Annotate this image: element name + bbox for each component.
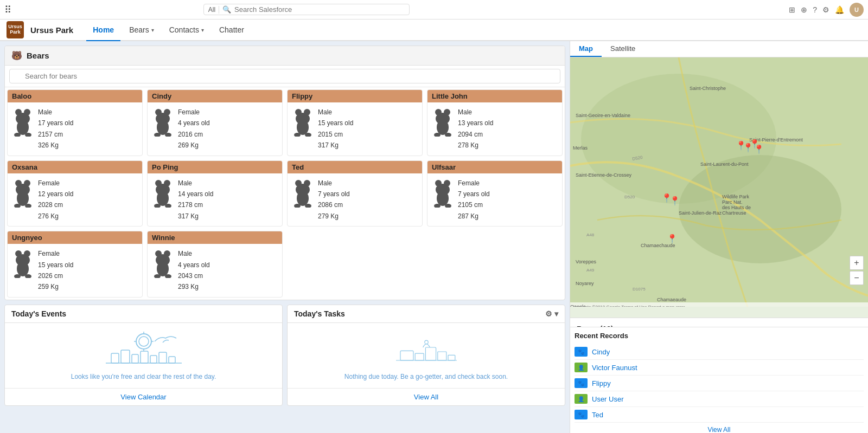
- bear-card[interactable]: Po Ping Male 14 years old 2178 cm 317 Kg: [147, 160, 283, 227]
- svg-point-45: [437, 191, 449, 206]
- recent-view-all-link[interactable]: View All: [575, 423, 864, 433]
- bear-card[interactable]: Oxsana Female 12 years old 2028 cm 276 K…: [7, 160, 143, 227]
- todays-events-body: Looks like you're free and clear the res…: [5, 323, 282, 388]
- map-tab-satellite[interactable]: Satellite: [602, 41, 644, 57]
- svg-text:Google: Google: [570, 304, 586, 307]
- svg-point-21: [437, 120, 449, 135]
- svg-rect-70: [150, 356, 157, 363]
- navbar: Ursus Park Ursus Park Home Bears ▾ Conta…: [0, 20, 868, 41]
- left-panel: 🐻 Bears Baloo Male 17 years old 2157 cm …: [0, 41, 570, 433]
- bear-cm: 2105 cm: [458, 199, 490, 210]
- bear-card[interactable]: Baloo Male 17 years old 2157 cm 326 Kg: [7, 89, 143, 156]
- bear-card-body: Female 12 years old 2028 cm 276 Kg: [8, 173, 142, 227]
- search-filter[interactable]: All: [208, 6, 219, 14]
- bear-card-body: Male 7 years old 2086 cm 279 Kg: [288, 173, 422, 227]
- recent-record-name[interactable]: User User: [592, 395, 624, 403]
- recent-record-item[interactable]: 👤 User User: [575, 391, 864, 407]
- bear-card[interactable]: Ungnyeo Female 15 years old 2026 cm 259 …: [7, 231, 143, 298]
- view-all-tasks-link[interactable]: View All: [288, 388, 565, 405]
- recent-record-item[interactable]: 👤 Victor Faunust: [575, 360, 864, 376]
- nav-item-bears[interactable]: Bears ▾: [123, 20, 161, 41]
- bear-card-name: Ungnyeo: [8, 231, 142, 244]
- svg-text:Chamaechaude: Chamaechaude: [641, 243, 675, 248]
- bear-card[interactable]: Winnie Male 4 years old 2043 cm 293 Kg: [147, 231, 283, 298]
- bear-age: 12 years old: [38, 189, 73, 199]
- bear-card-body: Male 17 years old 2157 cm 326 Kg: [8, 102, 142, 156]
- help-icon[interactable]: ?: [813, 5, 817, 14]
- search-icon: 🔍: [222, 5, 231, 14]
- settings-icon[interactable]: ⚙: [822, 5, 829, 14]
- app-logo-text: Ursus Park: [7, 24, 24, 35]
- grid-icon[interactable]: ⠿: [4, 4, 11, 16]
- svg-text:Noyarey: Noyarey: [576, 281, 594, 286]
- events-empty-illustration: [100, 331, 187, 369]
- todays-tasks-header: Today's Tasks ⚙ ▾: [288, 305, 565, 323]
- recent-record-item[interactable]: 🐾 Flippy: [575, 376, 864, 391]
- bear-age: 15 years old: [318, 118, 353, 128]
- bear-cm: 2043 cm: [178, 270, 210, 281]
- add-icon[interactable]: ⊕: [801, 5, 807, 14]
- bear-card-info: Male 4 years old 2043 cm 293 Kg: [178, 248, 210, 293]
- bear-age: 4 years old: [178, 118, 210, 128]
- bear-card[interactable]: Little John Male 13 years old 2094 cm 27…: [427, 89, 563, 156]
- recent-records-section: Recent Records 🐾 Cindy 👤 Victor Faunust …: [570, 327, 868, 433]
- layout-icon[interactable]: ⊞: [789, 5, 795, 14]
- zoom-out-button[interactable]: −: [850, 271, 864, 285]
- bear-cm: 2178 cm: [178, 199, 213, 210]
- bear-card-body: Male 14 years old 2178 cm 317 Kg: [148, 173, 282, 227]
- bear-age: 15 years old: [38, 260, 73, 270]
- nav-item-home[interactable]: Home: [86, 20, 120, 41]
- tasks-filter-icon[interactable]: ⚙ ▾: [545, 309, 558, 318]
- bear-kg: 317 Kg: [318, 140, 353, 151]
- svg-point-15: [297, 120, 309, 135]
- nav-app-name: Ursus Park: [30, 25, 73, 35]
- bear-card[interactable]: Cindy Female 4 years old 2016 cm 269 Kg: [147, 89, 283, 156]
- topbar-left: ⠿: [4, 4, 11, 16]
- nav-item-contacts[interactable]: Contacts ▾: [163, 20, 210, 41]
- avatar[interactable]: U: [850, 3, 864, 17]
- bear-cm: 2094 cm: [458, 129, 493, 140]
- svg-point-83: [679, 155, 841, 263]
- map-tab-map[interactable]: Map: [570, 41, 602, 57]
- map-container: Saint-Geoire-en-Valdaine Saint-Christoph…: [570, 57, 868, 307]
- bear-card-name: Cindy: [148, 90, 282, 102]
- recent-record-name[interactable]: Victor Faunust: [592, 364, 637, 372]
- search-input[interactable]: [234, 5, 405, 14]
- bell-icon[interactable]: 🔔: [835, 5, 844, 14]
- recent-record-name[interactable]: Flippy: [592, 379, 611, 387]
- bear-kg: 278 Kg: [458, 140, 493, 151]
- bear-gender: Male: [38, 107, 73, 118]
- svg-point-3: [17, 120, 29, 135]
- view-calendar-link[interactable]: View Calendar: [5, 388, 282, 405]
- svg-text:Chamaeaude: Chamaeaude: [657, 297, 686, 302]
- bear-gender: Female: [458, 178, 490, 189]
- svg-text:Map data ©2018 Google  Terms o: Map data ©2018 Google Terms of Use Repor…: [573, 305, 685, 307]
- recent-record-icon: 🐾: [575, 378, 588, 388]
- recent-record-name[interactable]: Ted: [592, 411, 603, 419]
- bear-gender: Male: [178, 248, 210, 259]
- todays-tasks-panel: Today's Tasks ⚙ ▾ Nothing due today.: [287, 305, 565, 406]
- svg-rect-76: [415, 353, 424, 360]
- search-bar: All 🔍: [203, 4, 410, 15]
- bear-cm: 2026 cm: [38, 270, 73, 281]
- svg-rect-69: [141, 351, 148, 363]
- recent-record-name[interactable]: Cindy: [592, 348, 610, 356]
- bears-search-input[interactable]: [9, 69, 560, 83]
- todays-events-title: Today's Events: [11, 309, 66, 318]
- recent-record-item[interactable]: 🐾 Cindy: [575, 344, 864, 360]
- nav-item-chatter[interactable]: Chatter: [213, 20, 251, 41]
- bear-age: 14 years old: [178, 189, 213, 199]
- bear-age: 4 years old: [178, 260, 210, 270]
- tasks-empty-illustration: [383, 331, 470, 369]
- bear-card-name: Flippy: [288, 90, 422, 102]
- svg-rect-77: [425, 347, 436, 360]
- zoom-in-button[interactable]: +: [850, 256, 864, 270]
- bear-card[interactable]: Ulfsaar Female 7 years old 2105 cm 287 K…: [427, 160, 563, 227]
- bear-card[interactable]: Ted Male 7 years old 2086 cm 279 Kg: [287, 160, 423, 227]
- bear-gender: Male: [458, 107, 493, 118]
- recent-record-item[interactable]: 🐾 Ted: [575, 407, 864, 423]
- bears-header-icon: 🐻: [11, 50, 22, 61]
- bear-card[interactable]: Flippy Male 15 years old 2015 cm 317 Kg: [287, 89, 423, 156]
- bear-card-icon: [432, 107, 454, 140]
- bear-card-icon: [432, 178, 454, 211]
